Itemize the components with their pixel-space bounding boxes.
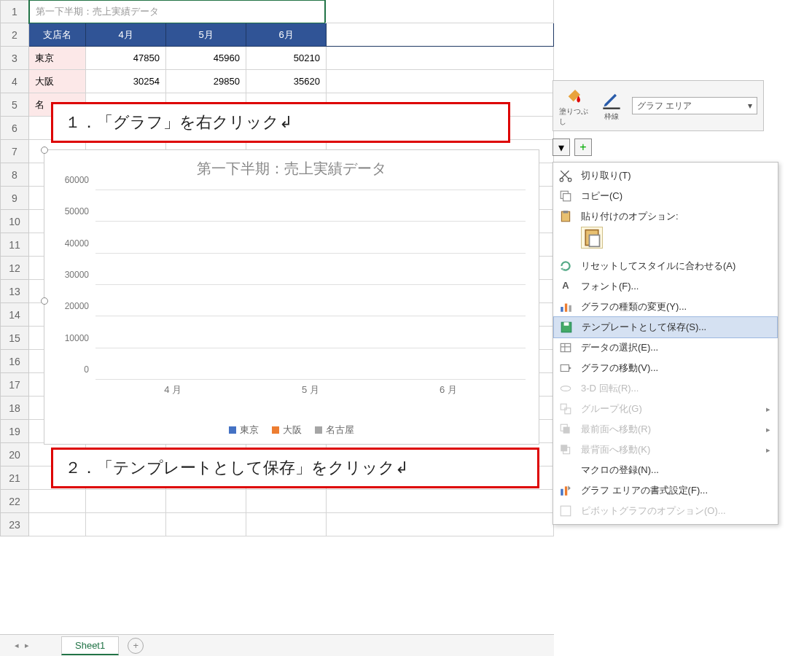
menu-cut[interactable]: 切り取り(T) [553, 165, 778, 186]
cell[interactable] [246, 513, 327, 536]
cell-value[interactable]: 29850 [166, 70, 246, 93]
cell[interactable] [327, 23, 554, 47]
cell[interactable] [86, 490, 166, 513]
plot-area[interactable] [95, 190, 526, 380]
tab-nav[interactable]: ◂ ▸ [15, 641, 29, 650]
menu-change-chart-type[interactable]: グラフの種類の変更(Y)... [553, 297, 778, 317]
svg-rect-14 [561, 343, 571, 351]
cell-branch[interactable]: 大阪 [29, 70, 86, 93]
row-header[interactable]: 16 [0, 350, 29, 373]
row-header[interactable]: 12 [0, 257, 29, 280]
row-header[interactable]: 1 [0, 0, 29, 23]
cell[interactable] [86, 513, 166, 536]
add-sheet-button[interactable]: + [128, 638, 144, 654]
row-header[interactable]: 20 [0, 443, 29, 466]
row-header[interactable]: 23 [0, 513, 29, 536]
menu-select-data[interactable]: データの選択(E)... [553, 337, 778, 358]
chart-title[interactable]: 第一下半期：売上実績データ [44, 150, 539, 183]
row-header[interactable]: 6 [0, 117, 29, 140]
svg-point-2 [568, 178, 571, 181]
header-may[interactable]: 5月 [166, 23, 246, 47]
format-icon [559, 484, 572, 497]
cell-branch[interactable]: 東京 [29, 47, 86, 70]
menu-font[interactable]: A フォント(F)... [553, 276, 778, 297]
row-header[interactable]: 13 [0, 280, 29, 303]
embedded-chart[interactable]: 第一下半期：売上実績データ 0 10000 20000 30000 40000 … [44, 149, 539, 445]
svg-point-18 [561, 386, 571, 391]
header-apr[interactable]: 4月 [86, 23, 166, 47]
menu-copy[interactable]: コピー(C) [553, 186, 778, 206]
svg-rect-19 [561, 404, 566, 410]
chevron-down-icon: ▾ [748, 101, 752, 111]
menu-3d-rotation: 3-D 回転(R)... [553, 378, 778, 399]
svg-rect-6 [563, 211, 569, 213]
header-jun[interactable]: 6月 [246, 23, 327, 47]
y-tick: 60000 [65, 175, 89, 185]
menu-reset-style[interactable]: リセットしてスタイルに合わせる(A) [553, 256, 778, 276]
title-cell[interactable]: 第一下半期：売上実績データ [28, 0, 326, 24]
row-header[interactable]: 15 [0, 327, 29, 350]
cell[interactable] [166, 513, 246, 536]
cell-value[interactable]: 50210 [246, 47, 327, 70]
header-branch[interactable]: 支店名 [29, 23, 86, 47]
row-header[interactable]: 14 [0, 303, 29, 327]
cell[interactable] [246, 490, 327, 513]
chart-element-selector[interactable]: グラフ エリア ▾ [632, 97, 757, 114]
plus-icon: + [579, 141, 586, 154]
pen-icon [601, 90, 622, 110]
legend-item-tokyo[interactable]: 東京 [229, 423, 259, 437]
row-header[interactable]: 19 [0, 420, 29, 443]
menu-paste-options-label: 貼り付けのオプション: [553, 206, 778, 227]
svg-rect-13 [564, 322, 569, 326]
row-header[interactable]: 3 [0, 47, 29, 70]
cell-value[interactable]: 30254 [86, 70, 166, 93]
legend-item-nagoya[interactable]: 名古屋 [315, 423, 354, 437]
menu-assign-macro[interactable]: マクロの登録(N)... [553, 460, 778, 480]
row-header[interactable]: 2 [0, 23, 29, 47]
row-header[interactable]: 7 [0, 140, 29, 163]
svg-rect-0 [603, 108, 620, 109]
svg-rect-11 [569, 305, 571, 312]
row-header[interactable]: 8 [0, 163, 29, 187]
cell-value[interactable]: 45960 [166, 47, 246, 70]
cell-value[interactable]: 47850 [86, 47, 166, 70]
chart-resize-handle[interactable] [41, 297, 48, 305]
chart-resize-handle[interactable] [41, 147, 48, 154]
cell[interactable] [327, 490, 554, 513]
row-header[interactable]: 21 [0, 466, 29, 490]
cell[interactable] [29, 490, 86, 513]
row-header[interactable]: 17 [0, 373, 29, 397]
tab-next-icon[interactable]: ▸ [25, 641, 29, 650]
paste-option-button[interactable] [581, 227, 603, 249]
paste-option-row [553, 227, 778, 256]
chart-filter-button[interactable]: ▾ [553, 138, 570, 156]
cell[interactable] [325, 0, 554, 23]
fill-button[interactable]: 塗りつぶし [559, 85, 591, 127]
cell[interactable] [327, 70, 554, 93]
row-header[interactable]: 5 [0, 93, 29, 117]
row-header[interactable]: 9 [0, 187, 29, 210]
cell[interactable] [327, 513, 554, 536]
row-header[interactable]: 10 [0, 210, 29, 233]
row-header[interactable]: 11 [0, 233, 29, 257]
sheet-tab[interactable]: Sheet1 [61, 636, 119, 655]
scissors-icon [559, 169, 572, 182]
outline-button[interactable]: 枠線 [596, 90, 628, 122]
menu-move-chart[interactable]: グラフの移動(V)... [553, 358, 778, 378]
cell-value[interactable]: 35620 [246, 70, 327, 93]
row-header[interactable]: 4 [0, 70, 29, 93]
menu-format-chart-area[interactable]: グラフ エリアの書式設定(F)... [553, 480, 778, 501]
row-header[interactable]: 22 [0, 490, 29, 513]
chart-add-element-button[interactable]: + [574, 138, 592, 156]
legend-item-osaka[interactable]: 大阪 [272, 423, 302, 437]
cell[interactable] [29, 513, 86, 536]
cell[interactable] [166, 490, 246, 513]
svg-rect-20 [565, 408, 571, 414]
row-header[interactable]: 18 [0, 397, 29, 420]
annotation-step-2: ２．「テンプレートとして保存」をクリック↲ [51, 448, 539, 488]
chart-legend[interactable]: 東京 大阪 名古屋 [44, 423, 539, 437]
cell[interactable] [327, 47, 554, 70]
tab-prev-icon[interactable]: ◂ [15, 641, 19, 650]
menu-save-as-template[interactable]: テンプレートとして保存(S)... [553, 316, 778, 338]
svg-rect-27 [561, 506, 571, 516]
